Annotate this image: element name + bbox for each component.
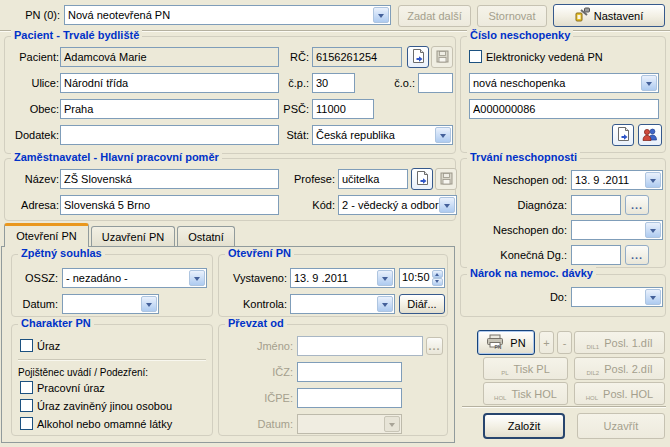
ossz-label: OSSZ: (14, 268, 58, 288)
ossz-combobox[interactable]: - nezadáno - (62, 268, 207, 288)
chevron-down-icon[interactable] (377, 270, 393, 286)
tisk-pl-prefix: PL (501, 370, 508, 376)
cp-field[interactable] (312, 73, 355, 93)
pn-application-window: PN (0): Nová neotevřená PN Zadat další S… (0, 0, 670, 447)
zadat-dalsi-button[interactable]: Zadat další (398, 5, 471, 27)
psc-field[interactable] (312, 99, 374, 119)
trvani-legend: Trvání neschopnosti (467, 151, 580, 164)
neschopenka-lookup-button[interactable] (638, 124, 662, 146)
kontrola-combobox[interactable] (290, 294, 395, 314)
profese-label: Profese: (283, 169, 335, 189)
patient-fieldset: Pacient - Trvalé bydliště Pacient: RČ: (4, 36, 456, 154)
prevzat-datum-combobox[interactable] (297, 414, 402, 434)
uzavrit-button[interactable]: Uzavřít (577, 413, 665, 439)
icz-field[interactable] (297, 362, 402, 382)
spinner-up-button[interactable] (432, 270, 443, 278)
rc-field[interactable] (312, 47, 402, 67)
uraz-jinou-osobou-checkbox[interactable] (20, 399, 33, 412)
actions-divider (462, 406, 666, 408)
konecna-dg-label: Konečná Dg.: (463, 245, 567, 265)
neschopenka-new-button[interactable] (612, 124, 634, 146)
chevron-down-icon[interactable] (435, 127, 451, 143)
neschopenka-typ-value: nová neschopenka (470, 75, 641, 92)
tisk-pl-label: Tisk PL (514, 363, 550, 375)
chevron-down-icon[interactable] (384, 416, 400, 432)
zpetny-datum-label: Datum: (14, 294, 58, 314)
profese-field[interactable] (338, 169, 408, 189)
kontrola-label: Kontrola: (221, 294, 287, 314)
konecna-dg-browse-button[interactable]: ... (625, 245, 649, 265)
chevron-down-icon[interactable] (439, 197, 455, 213)
tab-uzavreni-pn[interactable]: Uzavření PN (91, 226, 175, 247)
tisk-pn-button[interactable]: PN PN (477, 330, 535, 355)
neschopen-od-label: Neschopen od: (463, 170, 567, 190)
chevron-down-icon[interactable] (641, 75, 657, 91)
chevron-down-icon[interactable] (645, 289, 661, 305)
patient-save-button[interactable] (431, 46, 453, 68)
adresa-field[interactable] (60, 195, 279, 215)
spinner-down-button[interactable] (432, 278, 443, 286)
svg-text:PN: PN (495, 344, 502, 350)
diagnoza-field[interactable] (571, 195, 621, 215)
uraz-checkbox[interactable] (20, 339, 33, 352)
profese-save-button[interactable] (435, 168, 457, 190)
neschopen-od-value: 13. 9 .2011 (572, 172, 645, 189)
neschopen-od-combobox[interactable]: 13. 9 .2011 (571, 170, 663, 190)
chevron-down-icon[interactable] (189, 270, 205, 286)
diagnoza-browse-button[interactable]: ... (625, 195, 649, 215)
minus-button[interactable]: - (557, 331, 572, 354)
vystaveno-time-spinner[interactable]: 10:50 (399, 268, 445, 288)
adresa-label: Adresa: (7, 195, 59, 215)
jmeno-browse-button[interactable]: ... (426, 337, 443, 355)
neschopenka-typ-combobox[interactable]: nová neschopenka (469, 73, 659, 93)
narok-do-combobox[interactable] (571, 287, 663, 307)
diar-button[interactable]: Diář... (399, 294, 445, 314)
posl-2-dil-button[interactable]: DIL2 Posl. 2.díl (574, 357, 665, 380)
posl-1-dil-button[interactable]: DIL1 Posl. 1.díl (574, 331, 665, 354)
chevron-down-icon[interactable] (377, 296, 393, 312)
pn-select-combobox[interactable]: Nová neotevřená PN (64, 5, 391, 25)
tab-ostatni[interactable]: Ostatní (177, 226, 235, 247)
neschopen-do-combobox[interactable] (571, 220, 663, 240)
stat-combobox[interactable]: Česká republika (312, 125, 453, 145)
zpetny-datum-combobox[interactable] (62, 294, 159, 314)
zalozit-button[interactable]: Založit (483, 413, 565, 439)
posl-hol-prefix: HOL (586, 395, 598, 401)
profese-new-record-button[interactable] (411, 168, 433, 190)
nastaveni-button[interactable]: Nastavení (553, 4, 665, 27)
vystaveno-date-combobox[interactable]: 13. 9 .2011 (290, 268, 395, 288)
chevron-down-icon[interactable] (645, 172, 661, 188)
stornovat-button[interactable]: Stornovat (477, 5, 547, 27)
nazev-field[interactable] (60, 169, 279, 189)
pn-count-label: PN (0): (6, 5, 60, 25)
posl-hol-button[interactable]: HOL Posl. HOL (574, 382, 665, 405)
ulice-label: Ulice: (7, 73, 59, 93)
chevron-down-icon[interactable] (645, 222, 661, 238)
pracovni-uraz-checkbox[interactable] (20, 381, 33, 394)
konecna-dg-field[interactable] (571, 245, 621, 265)
posl-hol-label: Posl. HOL (603, 388, 653, 400)
co-field[interactable] (418, 73, 453, 93)
people-icon (642, 128, 658, 143)
uraz-jinou-osobou-label: Úraz zaviněný jinou osobou (37, 399, 172, 413)
charakter-pn-group: Charakter PN Úraz Pojištěnec uvádí / Pod… (11, 324, 213, 436)
prevzat-datum-label: Datum: (221, 414, 293, 434)
tab-otevreni-pn[interactable]: Otevření PN (4, 223, 89, 247)
alkohol-label: Alkohol nebo omamné látky (37, 417, 172, 431)
icpe-field[interactable] (297, 388, 402, 408)
patient-new-record-button[interactable] (407, 46, 429, 68)
plus-button[interactable]: + (539, 331, 554, 354)
elektronicky-checkbox[interactable] (469, 50, 482, 63)
tisk-pl-button[interactable]: PL Tisk PL (483, 357, 568, 380)
posl-1-dil-prefix: DIL1 (587, 344, 600, 350)
jmeno-field[interactable] (297, 336, 423, 356)
pn-select-value: Nová neotevřená PN (65, 7, 373, 24)
neschopenka-cislo-field[interactable] (469, 99, 659, 119)
zpetny-souhlas-legend: Zpětný souhlas (18, 247, 105, 260)
tisk-hol-button[interactable]: HOL Tisk HOL (483, 382, 568, 405)
chevron-down-icon[interactable] (373, 7, 389, 23)
kod-value: 2 - vědecký a odbor (339, 197, 439, 214)
alkohol-checkbox[interactable] (20, 417, 33, 430)
kod-combobox[interactable]: 2 - vědecký a odbor (338, 195, 457, 215)
chevron-down-icon[interactable] (141, 296, 157, 312)
